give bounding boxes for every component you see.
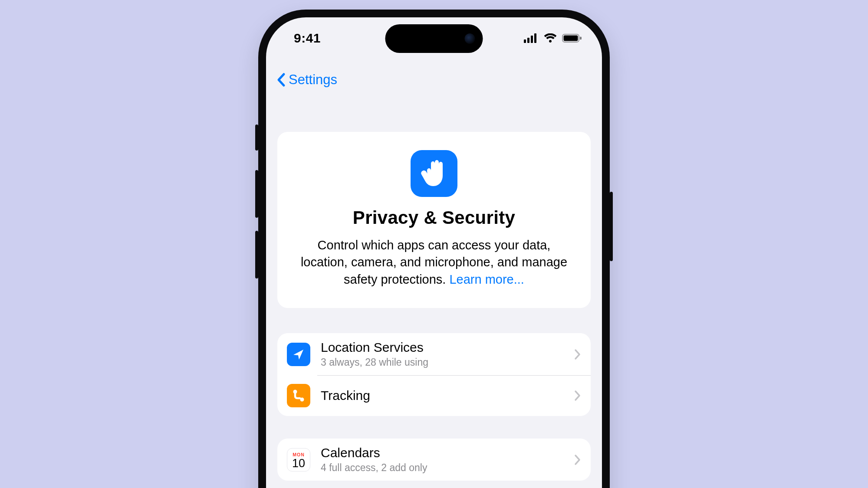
nav-bar: Settings — [266, 66, 602, 94]
chevron-right-icon — [574, 454, 581, 465]
battery-icon — [562, 33, 582, 43]
settings-group: MON 10 Calendars 4 full access, 2 add on… — [277, 439, 591, 481]
row-text: Location Services 3 always, 28 while usi… — [321, 340, 574, 368]
chevron-left-icon — [276, 72, 286, 87]
svg-rect-6 — [580, 37, 582, 40]
camera-dot — [465, 33, 475, 44]
phone-frame: 9:41 — [258, 10, 610, 488]
row-title: Location Services — [321, 340, 574, 355]
row-tracking[interactable]: Tracking — [277, 375, 591, 416]
row-text: Tracking — [321, 388, 574, 403]
calendar-icon-num: 10 — [292, 458, 305, 469]
calendar-icon: MON 10 — [287, 448, 310, 472]
row-subtitle: 3 always, 28 while using — [321, 357, 574, 368]
row-location-services[interactable]: Location Services 3 always, 28 while usi… — [277, 333, 591, 375]
row-subtitle: 4 full access, 2 add only — [321, 462, 574, 474]
svg-rect-5 — [564, 36, 578, 41]
row-title: Tracking — [321, 388, 574, 403]
settings-group: Location Services 3 always, 28 while usi… — [277, 333, 591, 416]
calendar-icon-day: MON — [293, 450, 305, 457]
svg-rect-2 — [531, 36, 533, 43]
wifi-icon — [544, 33, 557, 43]
page-description: Control which apps can access your data,… — [293, 237, 575, 288]
side-button — [255, 231, 258, 278]
stage: 9:41 — [0, 0, 868, 488]
page-title: Privacy & Security — [293, 207, 575, 228]
chevron-right-icon — [574, 349, 581, 360]
side-button — [255, 170, 258, 218]
row-title: Calendars — [321, 445, 574, 460]
phone-screen: 9:41 — [266, 17, 602, 488]
learn-more-link[interactable]: Learn more... — [449, 272, 524, 286]
location-arrow-icon — [287, 343, 310, 366]
back-label: Settings — [289, 72, 337, 88]
side-button — [610, 192, 613, 261]
hand-icon — [411, 150, 457, 197]
row-calendars[interactable]: MON 10 Calendars 4 full access, 2 add on… — [277, 439, 591, 481]
tracking-icon — [287, 384, 310, 407]
content-scroll[interactable]: Privacy & Security Control which apps ca… — [266, 98, 602, 488]
cellular-icon — [524, 33, 539, 43]
page-description-text: Control which apps can access your data,… — [301, 238, 567, 286]
svg-rect-1 — [527, 38, 529, 43]
dynamic-island — [385, 24, 483, 53]
status-icons — [524, 33, 582, 43]
status-time: 9:41 — [294, 31, 321, 46]
svg-rect-3 — [534, 33, 536, 43]
side-button — [255, 124, 258, 151]
back-button[interactable]: Settings — [274, 70, 340, 89]
chevron-right-icon — [574, 390, 581, 401]
svg-rect-0 — [524, 39, 526, 43]
header-card: Privacy & Security Control which apps ca… — [277, 132, 591, 308]
row-text: Calendars 4 full access, 2 add only — [321, 445, 574, 474]
